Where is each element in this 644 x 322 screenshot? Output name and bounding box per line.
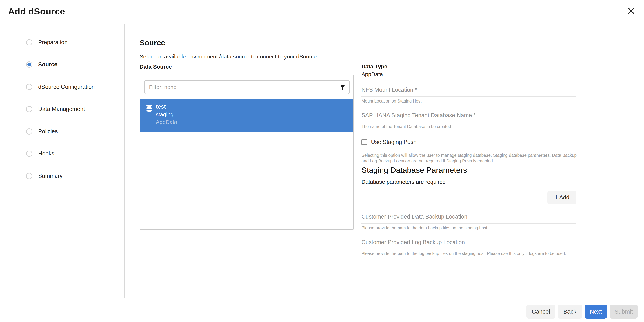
tenant-database-name-input[interactable] (362, 109, 576, 122)
sidebar-item-hooks[interactable]: Hooks (38, 150, 54, 157)
dialog-title: Add dSource (8, 6, 65, 16)
sidebar-item-dsource-configuration[interactable]: dSource Configuration (38, 83, 95, 90)
data-type-value: AppData (362, 71, 383, 77)
staging-db-params-note: Database parameters are required (362, 179, 446, 185)
page-title: Source (140, 38, 165, 47)
filter-field (144, 80, 350, 94)
add-parameter-button[interactable]: + Add (548, 191, 576, 204)
staging-push-row: Use Staging Push (362, 139, 416, 145)
data-source-list: test staging AppData (140, 75, 354, 230)
step-circle-hooks[interactable] (26, 151, 32, 157)
data-source-environment: staging (156, 111, 177, 118)
sidebar-item-source[interactable]: Source (38, 61, 58, 68)
close-icon (627, 6, 636, 16)
add-dsource-dialog: Add dSource Preparation Source dSource C… (0, 0, 644, 322)
add-button-label: Add (559, 194, 569, 201)
data-source-item-selected[interactable]: test staging AppData (140, 99, 353, 132)
nfs-mount-location-input[interactable] (362, 84, 576, 97)
filter-icon (340, 85, 345, 91)
sidebar-item-preparation[interactable]: Preparation (38, 39, 68, 46)
sidebar-item-policies[interactable]: Policies (38, 128, 58, 135)
data-backup-field-group: Please provide the path to the data back… (362, 211, 576, 231)
data-backup-helper-text: Please provide the path to the data back… (362, 226, 576, 231)
plus-icon: + (554, 193, 558, 201)
back-button[interactable]: Back (558, 305, 582, 319)
data-source-name: test (156, 103, 177, 111)
log-backup-location-input[interactable] (362, 236, 576, 249)
tenant-db-field-group: The name of the Tenant Database to be cr… (362, 109, 576, 129)
step-circle-policies[interactable] (26, 128, 32, 135)
close-button[interactable] (625, 5, 637, 17)
data-source-item-text: test staging AppData (156, 103, 177, 126)
log-backup-helper-text: Please provide the path to the log backu… (362, 251, 576, 256)
step-circle-source[interactable] (26, 61, 32, 68)
data-source-type: AppData (156, 118, 177, 126)
use-staging-push-checkbox[interactable] (362, 139, 367, 145)
submit-button[interactable]: Submit (610, 305, 638, 319)
log-backup-field-group: Please provide the path to the log backu… (362, 236, 576, 256)
page-description: Select an available environment /data so… (140, 53, 317, 60)
staging-db-params-heading: Staging Database Parameters (362, 166, 467, 175)
filter-input[interactable] (144, 81, 349, 93)
step-circle-dsource-configuration[interactable] (26, 84, 32, 90)
dialog-header: Add dSource (0, 0, 644, 24)
cancel-button[interactable]: Cancel (526, 305, 556, 319)
staging-push-description: Selecting this option will allow the use… (362, 153, 581, 164)
next-button[interactable]: Next (584, 305, 607, 319)
use-staging-push-label[interactable]: Use Staging Push (371, 139, 416, 145)
step-circle-summary[interactable] (26, 173, 32, 179)
tenant-db-helper-text: The name of the Tenant Database to be cr… (362, 124, 576, 129)
nfs-mount-helper-text: Mount Location on Staging Host (362, 99, 576, 104)
sidebar-item-data-management[interactable]: Data Management (38, 106, 85, 113)
step-circle-preparation[interactable] (26, 39, 32, 45)
data-source-label: Data Source (140, 64, 172, 70)
nfs-mount-field-group: Mount Location on Staging Host (362, 84, 576, 104)
sidebar-divider (124, 24, 125, 298)
sidebar-item-summary[interactable]: Summary (38, 173, 62, 180)
data-type-label: Data Type (362, 63, 387, 70)
step-circle-data-management[interactable] (26, 106, 32, 112)
database-icon (146, 104, 152, 113)
data-backup-location-input[interactable] (362, 211, 576, 224)
